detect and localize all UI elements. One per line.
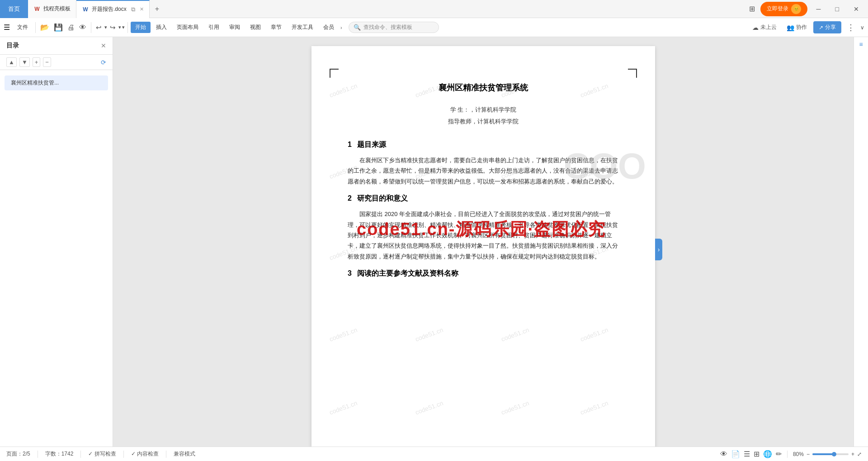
status-view-tools: 👁 📄 ☰ ⊞ 🌐 ✏ (720, 450, 782, 458)
title-bar-right: ⊞ 立即登录 😊 ─ □ ✕ (747, 2, 868, 16)
share-button[interactable]: ↗ 分享 (813, 21, 841, 33)
review-button[interactable]: 审阅 (225, 22, 245, 33)
section1-paragraph: 在襄州区下乡当精准扶贫志愿者时，需要自己走街串巷的上门走访，了解贫困户的贫困信息… (348, 155, 619, 187)
tab-doc[interactable]: W 开题报告.docx ⧉ ✕ (76, 0, 150, 18)
share-icon: ↗ (819, 24, 823, 31)
layout-button[interactable]: 页面布局 (172, 22, 203, 33)
close-button[interactable]: ✕ (848, 2, 864, 16)
open-icon[interactable]: 📂 (38, 22, 51, 33)
side-panel-handle[interactable]: › (655, 239, 662, 260)
minimize-button[interactable]: ─ (811, 2, 826, 16)
watermark-13: code51.cn (328, 326, 358, 343)
document-meta: 学 生：，计算机科学学院 指导教师，计算机科学学院 (348, 104, 619, 127)
zoom-slider[interactable] (812, 453, 849, 455)
undo-icon[interactable]: ↩ (94, 23, 104, 33)
section3-number: 3 (348, 269, 352, 277)
doc-restore-icon[interactable]: ⧉ (131, 6, 135, 13)
side-panel-arrow-icon: › (658, 246, 660, 253)
spell-check[interactable]: ✓ 拼写检查 (88, 450, 116, 458)
outline-remove-button[interactable]: − (43, 57, 51, 67)
sidebar-item-main[interactable]: 襄州区精准扶贫管... (5, 75, 108, 90)
sidebar-nav: 襄州区精准扶贫管... (0, 70, 113, 447)
document-page: code51.cn code51.cn code51.cn code51.cn … (311, 46, 655, 447)
search-placeholder: 查找命令、搜索模板 (363, 24, 412, 31)
sidebar-header: 目录 ✕ (0, 37, 113, 55)
start-button[interactable]: 开始 (131, 22, 151, 33)
insert-button[interactable]: 插入 (151, 22, 171, 33)
zoom-label: 80% (793, 451, 804, 457)
sidebar-icons: ▲ ▼ + − ⟳ (0, 55, 113, 70)
section2-title: 2 研究目的和意义 (348, 194, 619, 203)
spinner-icon: ⟳ (101, 59, 106, 66)
outline-down-button[interactable]: ▼ (19, 57, 30, 67)
expand-button[interactable]: ∨ (860, 24, 864, 31)
preview-icon[interactable]: 👁 (77, 23, 88, 33)
cite-button[interactable]: 引用 (204, 22, 224, 33)
filter-icon[interactable]: ≡ (859, 41, 863, 48)
doc-view-icon[interactable]: 📄 (731, 450, 740, 458)
file-menu-button[interactable]: 文件 (13, 22, 33, 33)
grid-view-icon[interactable]: ⊞ (747, 3, 757, 15)
web-view-icon[interactable]: 🌐 (763, 450, 772, 458)
toolbar-file-section: ☰ 文件 📂 💾 🖨 👁 ↩ ▾ ↪ ▾ ▾ (4, 22, 130, 33)
member-button[interactable]: 会员 (319, 22, 339, 33)
content-check[interactable]: ✓ 内容检查 (131, 450, 159, 458)
member-expand-icon[interactable]: › (340, 24, 343, 31)
devtools-button[interactable]: 开发工具 (287, 22, 318, 33)
section2-paragraph: 国家提出 2020 年全面建成小康社会，目前已经进入了全面脱贫的攻坚战，通过对贫… (348, 209, 619, 262)
maximize-button[interactable]: □ (830, 2, 844, 16)
cloud-button[interactable]: ☁ 未上云 (749, 22, 780, 33)
section3-title: 3 阅读的主要参考文献及资料名称 (348, 269, 619, 278)
search-icon: 🔍 (354, 24, 361, 31)
print-icon[interactable]: 🖨 (66, 23, 76, 33)
document-area[interactable]: code51.cn code51.cn code51.cn code51.cn … (113, 37, 854, 447)
hamburger-icon[interactable]: ☰ (4, 23, 10, 32)
section3-title-text: 阅读的主要参考文献及资料名称 (357, 269, 458, 277)
word-count: 字数：1742 (45, 450, 74, 458)
collab-button[interactable]: 👥 协作 (783, 22, 811, 33)
separator-1 (35, 22, 36, 33)
status-sep-4 (166, 451, 166, 458)
tab-close-button[interactable]: ✕ (140, 6, 144, 12)
save-icon[interactable]: 💾 (52, 22, 65, 33)
wps-icon: W (33, 5, 41, 13)
right-icons-panel: ≡ (854, 37, 868, 447)
more-button[interactable]: ⋮ (844, 21, 858, 34)
separator-3 (127, 22, 128, 33)
outline-up-button[interactable]: ▲ (6, 57, 17, 67)
page-info: 页面：2/5 (6, 450, 30, 458)
redo-dropdown-icon[interactable]: ▾ (118, 24, 121, 30)
view-button[interactable]: 视图 (245, 22, 265, 33)
sidebar-close-button[interactable]: ✕ (101, 42, 106, 49)
history-dropdown-icon[interactable]: ▾ (122, 24, 125, 30)
status-bar: 页面：2/5 字数：1742 ✓ 拼写检查 ✓ 内容检查 兼容模式 👁 📄 ☰ … (0, 447, 868, 461)
zoom-plus-button[interactable]: + (851, 451, 854, 457)
outline-add-button[interactable]: + (33, 57, 41, 67)
watermark-20: code51.cn (579, 399, 609, 416)
corner-mark-tl (330, 69, 339, 78)
document-content: 襄州区精准扶贫管理系统 学 生：，计算机科学学院 指导教师，计算机科学学院 1 … (348, 82, 619, 278)
toolbar: ☰ 文件 📂 💾 🖨 👁 ↩ ▾ ↪ ▾ ▾ 开始 插入 页面布局 引用 审阅 … (0, 18, 868, 37)
collab-icon: 👥 (787, 24, 794, 31)
tab-wps[interactable]: W 找程亮模板 (28, 0, 76, 18)
chapter-button[interactable]: 章节 (266, 22, 286, 33)
zoom-minus-button[interactable]: − (807, 451, 810, 457)
edit-icon[interactable]: ✏ (776, 450, 782, 458)
eye-icon[interactable]: 👁 (720, 450, 727, 458)
list-view-icon[interactable]: ☰ (744, 450, 750, 458)
avatar: 😊 (791, 4, 801, 14)
tab-home[interactable]: 首页 (0, 0, 28, 18)
login-button[interactable]: 立即登录 😊 (760, 2, 807, 16)
undo-dropdown-icon[interactable]: ▾ (104, 24, 107, 30)
search-bar[interactable]: 🔍 查找命令、搜索模板 (349, 22, 439, 33)
tab-add-button[interactable]: + (150, 5, 165, 13)
status-sep-2 (80, 451, 81, 458)
watermark-16: code51.cn (579, 326, 609, 343)
page-view-icon[interactable]: ⊞ (754, 450, 760, 458)
watermark-18: code51.cn (414, 399, 444, 416)
fullscreen-button[interactable]: ⤢ (857, 451, 862, 457)
title-bar: 首页 W 找程亮模板 W 开题报告.docx ⧉ ✕ + ⊞ 立即登录 😊 ─ … (0, 0, 868, 18)
cloud-label: 未上云 (760, 24, 777, 31)
zoom-knob[interactable] (832, 452, 836, 456)
redo-icon[interactable]: ↪ (108, 23, 118, 33)
